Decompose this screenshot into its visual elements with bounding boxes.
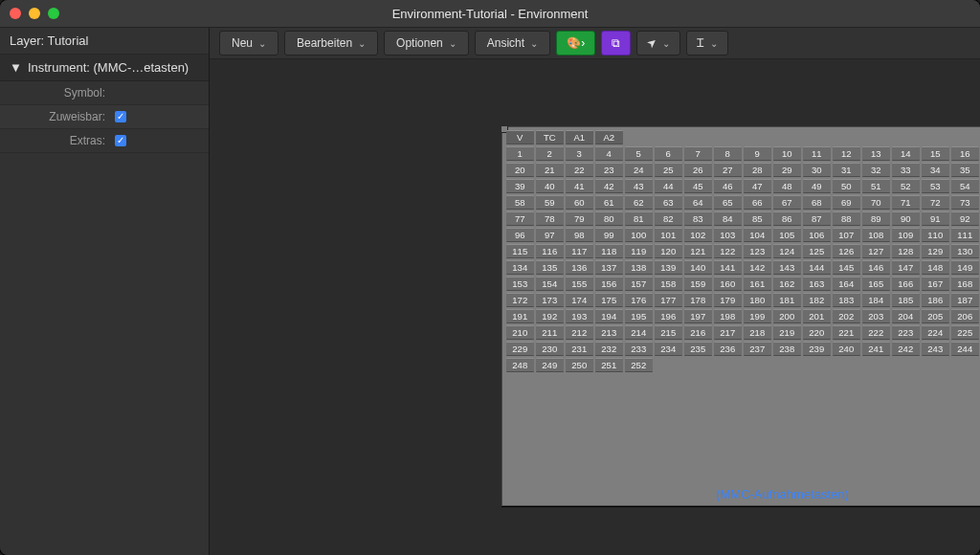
environment-canvas[interactable]: VTCA1A2123456789101112131415161718192021… [210,59,980,555]
record-button[interactable]: 22 [566,163,593,177]
record-button[interactable]: 147 [892,260,920,275]
record-button[interactable]: 84 [714,211,742,226]
record-button[interactable]: 251 [595,358,623,372]
record-button[interactable]: 13 [862,146,890,161]
record-button[interactable]: 67 [773,195,801,210]
record-button[interactable]: 214 [625,325,653,340]
record-button[interactable]: 198 [714,309,742,323]
record-button[interactable]: 20 [506,163,534,177]
record-button[interactable]: 164 [833,277,860,291]
record-button[interactable]: 239 [803,342,831,356]
record-button[interactable]: 99 [595,228,623,242]
prop-symbol[interactable]: Symbol: [0,81,209,105]
record-button[interactable]: 187 [951,293,979,307]
record-button[interactable]: 229 [506,342,534,356]
record-button[interactable]: 87 [803,211,831,226]
record-button[interactable]: 120 [655,244,682,258]
record-button[interactable]: 10 [773,146,801,161]
record-button[interactable]: 149 [951,260,979,275]
record-button[interactable]: 154 [536,277,564,291]
record-button[interactable]: 225 [951,325,979,340]
record-button[interactable]: 167 [922,277,949,291]
record-button[interactable]: 177 [655,293,682,307]
record-button[interactable]: 218 [744,325,771,340]
record-button[interactable]: 124 [773,244,801,258]
record-button[interactable]: 126 [833,244,860,258]
record-button[interactable]: 79 [566,211,593,226]
checkbox-extras[interactable]: ✓ [115,135,126,146]
record-button[interactable]: 77 [506,211,534,226]
record-button[interactable]: 161 [744,277,771,291]
record-button[interactable]: 193 [566,309,593,323]
record-button[interactable]: 174 [566,293,593,307]
record-button[interactable]: 9 [744,146,771,161]
menu-view[interactable]: Ansicht⌄ [475,31,550,56]
record-button[interactable]: 192 [536,309,564,323]
record-button[interactable]: 242 [892,342,920,356]
record-button[interactable]: 139 [655,260,682,275]
record-button[interactable]: 28 [744,163,771,177]
record-button[interactable]: 86 [773,211,801,226]
record-button[interactable]: 85 [744,211,771,226]
prop-assignable[interactable]: Zuweisbar: ✓ [0,105,209,129]
record-button[interactable]: 89 [862,211,890,226]
record-button[interactable]: 96 [506,228,534,242]
record-button[interactable]: 100 [625,228,653,242]
zoom-icon[interactable] [48,8,59,19]
record-button[interactable]: 125 [803,244,831,258]
record-button[interactable]: 129 [922,244,949,258]
record-button[interactable]: 60 [566,195,593,210]
record-button[interactable]: 219 [773,325,801,340]
record-button[interactable]: 178 [684,293,712,307]
record-button[interactable]: 98 [566,228,593,242]
record-button[interactable]: 64 [684,195,712,210]
record-button[interactable]: 49 [803,179,831,193]
record-button[interactable]: 30 [803,163,831,177]
record-button[interactable]: 83 [684,211,712,226]
header-cell-A2[interactable]: A2 [595,130,623,144]
record-button[interactable]: 157 [625,277,653,291]
record-button[interactable]: 81 [625,211,653,226]
record-button[interactable]: 236 [714,342,742,356]
record-button[interactable]: 54 [951,179,979,193]
record-button[interactable]: 142 [744,260,771,275]
record-button[interactable]: 231 [566,342,593,356]
record-button[interactable]: 66 [744,195,771,210]
record-button[interactable]: 24 [625,163,653,177]
record-button[interactable]: 33 [892,163,920,177]
record-button[interactable]: 146 [862,260,890,275]
record-button[interactable]: 203 [862,309,890,323]
record-button[interactable]: 107 [833,228,860,242]
record-button[interactable]: 159 [684,277,712,291]
object-name-label[interactable]: (MMC-Aufnahmetasten) [502,487,980,501]
inspector-header[interactable]: ▼ Instrument: (MMC-…etasten) [0,55,209,81]
record-button[interactable]: 216 [684,325,712,340]
record-button[interactable]: 136 [566,260,593,275]
record-button[interactable]: 88 [833,211,860,226]
record-button[interactable]: 40 [536,179,564,193]
record-button[interactable]: 211 [536,325,564,340]
record-button[interactable]: 110 [922,228,949,242]
record-button[interactable]: 165 [862,277,890,291]
record-button[interactable]: 31 [833,163,860,177]
record-button[interactable]: 176 [625,293,653,307]
record-button[interactable]: 39 [506,179,534,193]
record-button[interactable]: 117 [566,244,593,258]
record-button[interactable]: 23 [595,163,623,177]
record-button[interactable]: 63 [655,195,682,210]
record-button[interactable]: 222 [862,325,890,340]
record-button[interactable]: 69 [833,195,860,210]
record-button[interactable]: 138 [625,260,653,275]
record-button[interactable]: 90 [892,211,920,226]
record-button[interactable]: 128 [892,244,920,258]
record-button[interactable]: 12 [833,146,860,161]
record-button[interactable]: 186 [922,293,949,307]
record-button[interactable]: 72 [922,195,949,210]
record-button[interactable]: 71 [892,195,920,210]
record-button[interactable]: 181 [773,293,801,307]
record-button[interactable]: 48 [773,179,801,193]
record-button[interactable]: 200 [773,309,801,323]
record-button[interactable]: 53 [922,179,949,193]
record-button[interactable]: 35 [951,163,979,177]
record-button[interactable]: 215 [655,325,682,340]
